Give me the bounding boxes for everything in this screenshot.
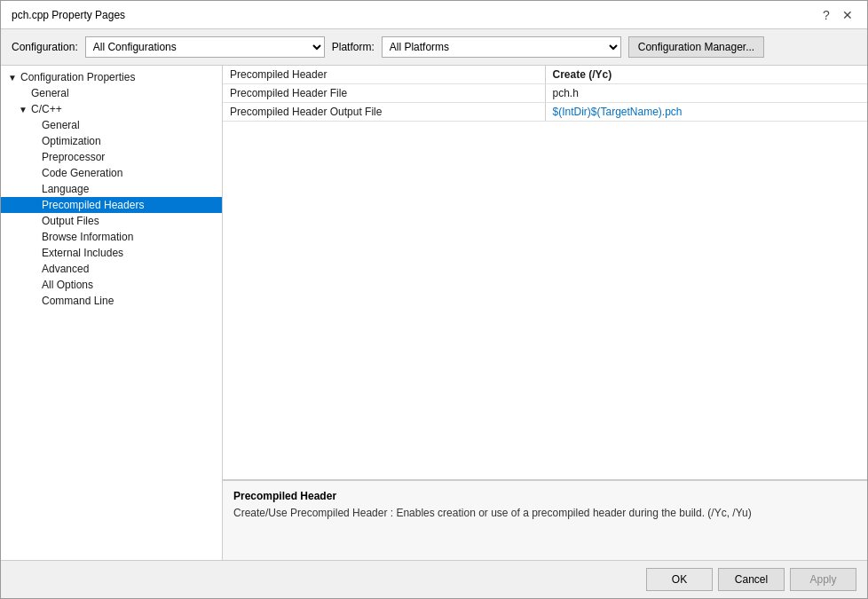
sidebar-item-code-generation[interactable]: Code Generation	[1, 165, 222, 181]
property-name: Precompiled Header File	[223, 84, 545, 103]
description-title: Precompiled Header	[233, 490, 856, 502]
button-row: OK Cancel Apply	[1, 560, 867, 598]
table-row[interactable]: Precompiled Header Filepch.h	[223, 84, 867, 103]
property-value: Create (/Yc)	[545, 66, 867, 84]
sidebar-item-cpp[interactable]: ▼C/C++	[1, 101, 222, 117]
sidebar-item-cpp-general[interactable]: General	[1, 117, 222, 133]
sidebar-item-label: Code Generation	[42, 167, 122, 179]
sidebar-item-label: All Options	[42, 279, 93, 291]
main-area: ▼Configuration PropertiesGeneral▼C/C++Ge…	[1, 66, 867, 560]
sidebar-item-external-includes[interactable]: External Includes	[1, 245, 222, 261]
sidebar-item-label: Precompiled Headers	[42, 199, 144, 211]
ok-button[interactable]: OK	[646, 568, 713, 591]
properties-table: Precompiled HeaderCreate (/Yc)Precompile…	[223, 66, 867, 480]
sidebar-item-label: Advanced	[42, 263, 89, 275]
property-name: Precompiled Header	[223, 66, 545, 84]
sidebar-item-label: External Includes	[42, 247, 123, 259]
toolbar: Configuration: All Configurations Platfo…	[1, 29, 867, 66]
platform-label: Platform:	[332, 41, 375, 53]
sidebar-item-preprocessor[interactable]: Preprocessor	[1, 149, 222, 165]
dialog-title: pch.cpp Property Pages	[12, 9, 125, 21]
platform-select[interactable]: All Platforms	[382, 36, 621, 58]
sidebar-item-command-line[interactable]: Command Line	[1, 293, 222, 309]
sidebar-item-output-files[interactable]: Output Files	[1, 213, 222, 229]
apply-button[interactable]: Apply	[790, 568, 856, 591]
sidebar-item-advanced[interactable]: Advanced	[1, 261, 222, 277]
collapse-icon: ▼	[8, 73, 17, 83]
property-name: Precompiled Header Output File	[223, 103, 545, 122]
sidebar-item-label: Browse Information	[42, 231, 133, 243]
sidebar-item-label: Output Files	[42, 215, 99, 227]
properties-grid: Precompiled HeaderCreate (/Yc)Precompile…	[223, 66, 867, 122]
sidebar-item-label: Optimization	[42, 135, 101, 147]
sidebar-item-label: Preprocessor	[42, 151, 105, 163]
content-area: Precompiled HeaderCreate (/Yc)Precompile…	[223, 66, 867, 560]
sidebar-item-config-properties[interactable]: ▼Configuration Properties	[1, 69, 222, 85]
sidebar-item-label: C/C++	[31, 103, 62, 115]
sidebar-item-label: Language	[42, 183, 89, 195]
table-row[interactable]: Precompiled Header Output File$(IntDir)$…	[223, 103, 867, 122]
sidebar-item-label: General	[31, 87, 69, 99]
description-text: Create/Use Precompiled Header : Enables …	[233, 506, 856, 521]
sidebar: ▼Configuration PropertiesGeneral▼C/C++Ge…	[1, 66, 223, 560]
sidebar-item-optimization[interactable]: Optimization	[1, 133, 222, 149]
description-panel: Precompiled Header Create/Use Precompile…	[223, 480, 867, 560]
cancel-button[interactable]: Cancel	[718, 568, 785, 591]
sidebar-item-general[interactable]: General	[1, 85, 222, 101]
dialog-window: pch.cpp Property Pages ? ✕ Configuration…	[0, 0, 868, 599]
config-label: Configuration:	[12, 41, 78, 53]
property-value: pch.h	[545, 84, 867, 103]
help-button[interactable]: ?	[817, 6, 835, 24]
title-bar: pch.cpp Property Pages ? ✕	[1, 1, 867, 29]
sidebar-item-label: Command Line	[42, 295, 114, 307]
table-row[interactable]: Precompiled HeaderCreate (/Yc)	[223, 66, 867, 84]
property-value: $(IntDir)$(TargetName).pch	[545, 103, 867, 122]
close-button[interactable]: ✕	[839, 6, 856, 24]
sidebar-item-browse-information[interactable]: Browse Information	[1, 229, 222, 245]
sidebar-item-label: General	[42, 119, 80, 131]
configuration-select[interactable]: All Configurations	[85, 36, 325, 58]
sidebar-item-precompiled-headers[interactable]: Precompiled Headers	[1, 197, 222, 213]
collapse-icon: ▼	[19, 105, 28, 114]
config-manager-button[interactable]: Configuration Manager...	[628, 36, 764, 58]
sidebar-item-all-options[interactable]: All Options	[1, 277, 222, 293]
sidebar-item-language[interactable]: Language	[1, 181, 222, 197]
sidebar-item-label: Configuration Properties	[20, 71, 135, 83]
title-controls: ? ✕	[817, 6, 856, 24]
